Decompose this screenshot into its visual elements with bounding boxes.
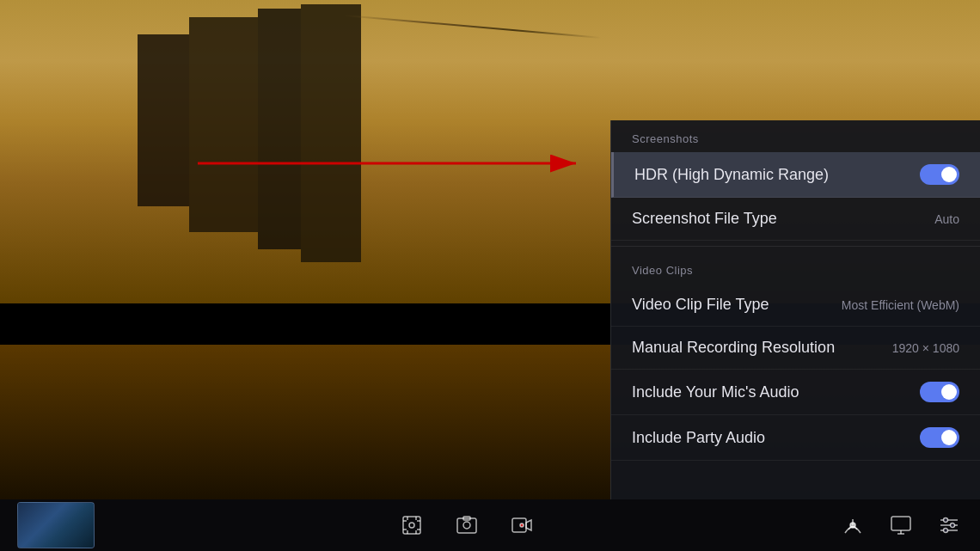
- svg-point-18: [951, 523, 955, 528]
- bottom-right-controls: [839, 511, 963, 539]
- manual-recording-resolution-value: 1920 × 1080: [892, 341, 959, 355]
- screenshot-file-type-value: Auto: [934, 212, 959, 226]
- bottom-bar: [0, 499, 980, 551]
- section-divider-1: [611, 246, 980, 247]
- hdr-setting-item[interactable]: HDR (High Dynamic Range): [611, 152, 980, 198]
- network-icon-button[interactable]: [839, 511, 867, 539]
- screenshot-button[interactable]: [453, 511, 481, 539]
- mic-audio-toggle-knob: [941, 384, 957, 400]
- manual-recording-resolution-label: Manual Recording Resolution: [632, 339, 835, 357]
- svg-point-5: [463, 522, 470, 529]
- thumbnail-preview[interactable]: [17, 502, 95, 548]
- svg-point-17: [944, 518, 948, 523]
- party-audio-toggle[interactable]: [920, 427, 959, 448]
- include-party-audio-item[interactable]: Include Party Audio: [611, 415, 980, 461]
- display-icon-button[interactable]: [887, 511, 915, 539]
- manual-recording-resolution-item[interactable]: Manual Recording Resolution 1920 × 1080: [611, 327, 980, 370]
- svg-point-19: [944, 529, 948, 533]
- settings-panel: Screenshots HDR (High Dynamic Range) Scr…: [610, 120, 980, 499]
- record-video-button[interactable]: [508, 511, 536, 539]
- include-party-audio-label: Include Party Audio: [632, 429, 765, 447]
- svg-rect-2: [403, 517, 420, 534]
- capture-screen-button[interactable]: [398, 511, 426, 539]
- svg-rect-11: [891, 517, 910, 530]
- video-clip-file-type-item[interactable]: Video Clip File Type Most Efficient (Web…: [611, 284, 980, 327]
- party-audio-toggle-knob: [941, 430, 957, 445]
- mic-audio-toggle[interactable]: [920, 382, 959, 402]
- include-mic-audio-item[interactable]: Include Your Mic's Audio: [611, 370, 980, 415]
- include-mic-audio-label: Include Your Mic's Audio: [632, 383, 799, 401]
- bottom-center-controls: [95, 511, 839, 539]
- video-clip-file-type-value: Most Efficient (WebM): [842, 298, 959, 312]
- hdr-setting-label: HDR (High Dynamic Range): [634, 166, 829, 184]
- svg-point-8: [520, 523, 524, 527]
- video-clip-file-type-label: Video Clip File Type: [632, 296, 769, 314]
- screenshot-file-type-item[interactable]: Screenshot File Type Auto: [611, 198, 980, 241]
- video-clips-section-label: Video Clips: [611, 252, 980, 284]
- hdr-toggle-knob: [941, 167, 957, 182]
- hdr-toggle[interactable]: [920, 164, 959, 185]
- svg-point-3: [409, 523, 414, 528]
- screenshot-file-type-label: Screenshot File Type: [632, 210, 777, 228]
- screenshots-section-label: Screenshots: [611, 120, 980, 152]
- settings-sliders-button[interactable]: [935, 511, 963, 539]
